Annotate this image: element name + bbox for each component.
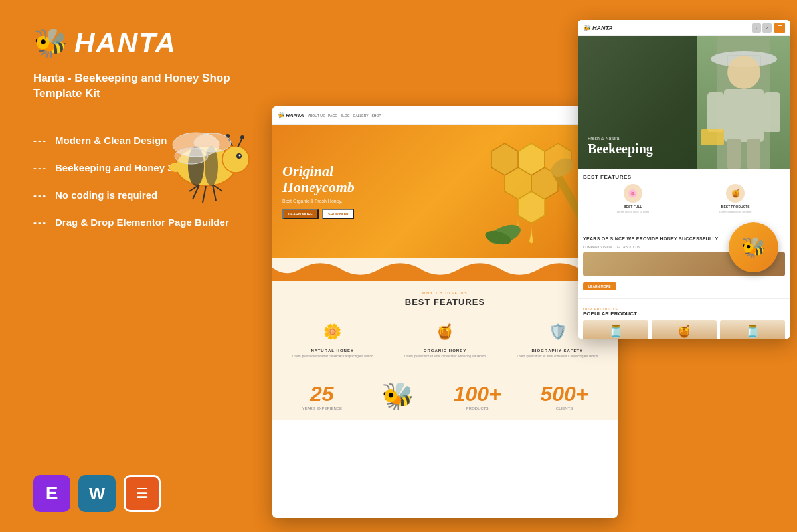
ms-stat-bee: 🐝 [381,381,414,412]
ms-navbar: 🐝 HANTA ABOUT US PAGE BLOG GALLERY SHOP … [272,106,618,125]
ss-navbar: 🐝 HANTA ‹ › ☰ [578,20,790,36]
bee-illustration [139,100,272,213]
ms-section-title: BEST FEATURES [279,297,611,307]
ss-nav-arrows: ‹ › [752,23,772,33]
divi-icon: ☰ [136,486,148,501]
svg-point-6 [239,155,241,157]
title-block: Hanta - Beekeeping and Honey Shop Templa… [33,71,232,102]
ss-products-section: OUR PRODUCTS POPULAR PRODUCT 🫙 BLACK GIN… [578,303,790,339]
ss-section-title: BEST FEATURES [583,174,785,180]
ss-product-card-3: 🫙 ORGANIC HONEY [720,320,785,339]
ss-feature-name-1: BEST FULL [583,205,683,209]
elementor-badge: E [33,475,70,512]
ms-features-section: WHY CHOOSE US BEST FEATURES 🌼 NATURAL HO… [272,281,618,373]
ms-feature-desc-1: Lorem ipsum dolor sit amet consectetur a… [282,355,383,359]
divi-badge: ☰ [124,475,161,512]
ms-nav-link-3[interactable]: BLOG [341,114,350,118]
ms-section-label: WHY CHOOSE US [279,291,611,295]
ms-nav-link-4[interactable]: GALLERY [353,114,369,118]
ms-hero-title: Original Honeycomb [282,163,355,195]
wordpress-badge: W [78,475,116,512]
ms-feature-name-1: NATURAL HONEY [282,349,383,353]
ms-stats-section: 25 YEARS EXPERIENCE 🐝 100+ PRODUCTS 500+… [272,373,618,420]
feature-dash: --- [33,189,47,201]
ms-feature-icon-1: 🌼 [319,319,346,345]
ms-drip-divider [272,258,618,281]
ss-feature-desc-2: Lorem ipsum dolor sit amet [686,210,786,213]
ms-feature-card-1: 🌼 NATURAL HONEY Lorem ipsum dolor sit am… [279,315,386,363]
svg-point-9 [240,135,244,139]
screenshot-secondary: 🐝 HANTA ‹ › ☰ [578,20,790,339]
ms-nav-logo: 🐝 HANTA [278,112,304,118]
ms-feature-icon-2: 🍯 [432,319,458,345]
ss-product-img-3: 🫙 [720,320,785,339]
logo-area: 🐝 HANTA [33,27,232,59]
ss-feature-icon-2: 🍯 [726,184,745,203]
badges-row: E W ☰ [33,462,232,512]
ms-stat-3: 500+ CLIENTS [541,382,588,410]
ms-shop-btn[interactable]: SHOP NOW [322,209,354,219]
svg-rect-28 [701,129,724,145]
next-arrow[interactable]: › [762,23,772,33]
ss-feature-desc-1: Lorem ipsum dolor sit amet [583,210,683,213]
svg-rect-30 [747,139,760,169]
title-line-1: Hanta - Beekeeping and Honey Shop [33,71,232,86]
bee-circle-badge: 🐝 [729,222,778,272]
ss-products-title: POPULAR PRODUCT [583,311,785,317]
ms-hero-subtitle: Best Organic & Fresh Honey. [282,199,355,203]
ms-feature-name-3: BIOGRAPHY SAFETY [507,349,608,353]
ss-learn-button[interactable]: LEARN MORE [583,282,616,290]
ms-stat-label-2: PRODUCTS [454,406,501,410]
ss-product-img-2: 🍯 [652,320,717,339]
ss-hero-pre-text: Fresh & Natural [588,136,653,141]
prev-arrow[interactable]: ‹ [752,23,761,33]
ms-stat-number-3: 500+ [541,382,588,406]
ms-learn-btn[interactable]: LEARN MORE [282,209,319,219]
ms-features-grid: 🌼 NATURAL HONEY Lorem ipsum dolor sit am… [279,315,611,363]
ss-feature-item: 🌸 BEST FULL Lorem ipsum dolor sit amet [583,184,683,213]
bee-logo-icon: 🐝 [33,27,68,59]
ss-link-2[interactable]: GO ABOUT US [617,245,640,249]
ss-product-img-1: 🫙 [583,320,648,339]
ms-stat-number-2: 100+ [454,382,501,406]
ms-stat-number-1: 25 [302,382,342,406]
svg-point-14 [169,163,183,172]
svg-point-4 [222,146,249,173]
svg-line-17 [203,186,206,203]
ss-divider-2 [578,298,790,299]
ms-stat-label-3: CLIENTS [541,406,588,410]
ss-nav-logo: 🐝 HANTA [583,25,613,31]
ms-stat-2: 100+ PRODUCTS [454,382,501,410]
ss-hero-title: Beekeeping [588,142,653,155]
ss-nav-right: ‹ › ☰ [752,23,785,33]
ss-feature-item-2: 🍯 BEST PRODUCTS Lorem ipsum dolor sit am… [686,184,786,213]
ss-link-1[interactable]: COMPANY VISION [583,245,612,249]
main-container: 🐝 HANTA Hanta - Beekeeping and Honey Sho… [0,0,797,532]
svg-rect-27 [764,92,780,132]
svg-marker-15 [165,166,169,169]
screenshot-main: 🐝 HANTA ABOUT US PAGE BLOG GALLERY SHOP … [272,106,618,518]
ms-nav-link-1[interactable]: ABOUT US [308,114,325,118]
logo-text: HANTA [74,27,177,59]
ms-stat-label-1: YEARS EXPERIENCE [302,406,342,410]
ss-feature-name-2: BEST PRODUCTS [686,205,786,209]
svg-line-7 [238,138,242,147]
ss-content: BEST FEATURES 🌸 BEST FULL Lorem ipsum do… [578,169,790,224]
feature-dash: --- [33,162,47,173]
ms-nav-link-2[interactable]: PAGE [328,114,337,118]
ms-hero: Original Honeycomb Best Organic & Fresh … [272,125,618,258]
ms-nav-link-5[interactable]: SHOP [372,114,381,118]
svg-point-13 [175,148,208,164]
svg-rect-26 [707,92,724,132]
ss-feature-icon-1: 🌸 [624,184,642,203]
right-panel: 🐝 HANTA ‹ › ☰ [259,0,797,532]
feature-text-4: Drag & Drop Elementor Page Builder [55,217,229,228]
svg-point-23 [727,56,760,89]
ss-menu-btn[interactable]: ☰ [774,23,785,33]
ms-feature-desc-2: Lorem ipsum dolor sit amet consectetur a… [394,355,495,359]
ss-product-card-1: 🫙 BLACK GINGER HONEY [583,320,648,339]
ms-feature-card-2: 🍯 ORGANIC HONEY Lorem ipsum dolor sit am… [391,315,498,363]
wordpress-icon: W [89,484,106,504]
elementor-icon: E [46,484,58,503]
svg-rect-25 [724,89,764,142]
